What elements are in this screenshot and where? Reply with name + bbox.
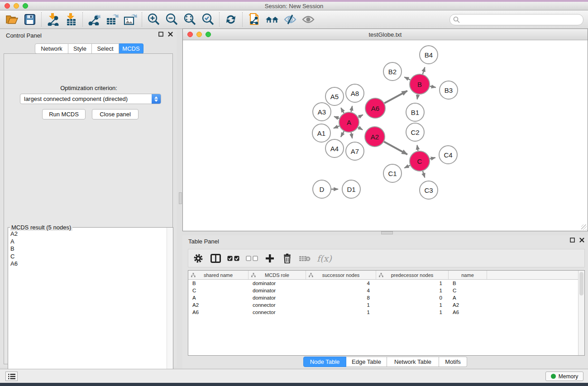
import-network-button[interactable]	[44, 11, 62, 28]
column-header-name[interactable]: name	[449, 271, 487, 279]
criterion-dropdown[interactable]: largest connected component (directed)	[20, 94, 161, 104]
horizontal-splitter-grip[interactable]	[381, 231, 393, 234]
column-header-shared-name[interactable]: shared name	[188, 271, 249, 279]
graph-node-A4[interactable]: A4	[325, 139, 344, 158]
result-item[interactable]: C	[9, 253, 166, 261]
deselect-all-button[interactable]	[246, 252, 258, 265]
result-item[interactable]: B	[9, 245, 166, 253]
delete-row-button[interactable]	[282, 252, 292, 265]
tab-mcds[interactable]: MCDS	[119, 43, 143, 54]
graph-node-B2[interactable]: B2	[383, 62, 402, 81]
table-cell: connector	[249, 302, 306, 308]
control-panel-tabs: NetworkStyleSelectMCDS	[35, 43, 143, 54]
float-panel-icon[interactable]	[158, 32, 163, 37]
show-column-button[interactable]	[210, 252, 221, 265]
show-all-button[interactable]	[299, 11, 317, 28]
graph-node-A5[interactable]: A5	[325, 87, 344, 106]
close-panel-icon[interactable]	[579, 238, 584, 243]
import-table-button[interactable]	[62, 11, 80, 28]
hide-selected-button[interactable]	[281, 11, 299, 28]
table-toolbar: f(x)	[188, 249, 585, 267]
table-row[interactable]: Cdominator41C	[188, 287, 584, 294]
refresh-button[interactable]	[222, 11, 240, 28]
zoom-in-button[interactable]	[144, 11, 163, 28]
graph-node-B4[interactable]: B4	[419, 45, 438, 64]
plus-icon	[265, 254, 274, 263]
close-panel-icon[interactable]	[168, 32, 173, 37]
table-row[interactable]: Adominator80A	[188, 294, 584, 301]
graph-node-B1[interactable]: B1	[406, 103, 425, 122]
close-window-icon[interactable]	[5, 3, 10, 9]
main-titlebar[interactable]: Session: New Session	[0, 2, 588, 10]
tab-network-table[interactable]: Network Table	[387, 357, 439, 367]
graph-node-B3[interactable]: B3	[439, 81, 458, 100]
zoom-fit-button[interactable]	[181, 11, 199, 28]
delete-table-button[interactable]	[299, 252, 311, 265]
node-table: shared nameMCDS rolesuccessor nodesprede…	[188, 270, 585, 356]
graph-node-D1[interactable]: D1	[342, 180, 361, 199]
zoom-window-icon[interactable]	[23, 3, 28, 9]
result-item[interactable]: A6	[9, 260, 166, 268]
graph-node-A6[interactable]: A6	[365, 98, 386, 119]
tab-select[interactable]: Select	[92, 43, 119, 54]
tab-edge-table[interactable]: Edge Table	[346, 357, 387, 367]
function-builder-button[interactable]: f(x)	[317, 252, 332, 265]
status-bar: Memory	[0, 369, 588, 383]
graph-node-A7[interactable]: A7	[345, 142, 364, 161]
memory-button[interactable]: Memory	[545, 372, 583, 381]
column-header-MCDS-role[interactable]: MCDS role	[249, 271, 306, 279]
column-header-predecessor-nodes[interactable]: predecessor nodes	[376, 271, 449, 279]
zoom-network-icon[interactable]	[206, 32, 211, 37]
table-scrollbar[interactable]	[578, 271, 584, 355]
graph-node-D[interactable]: D	[312, 180, 331, 199]
graph-node-A3[interactable]: A3	[312, 102, 331, 121]
vertical-splitter-grip[interactable]	[179, 192, 182, 204]
graph-node-B[interactable]: B	[409, 74, 430, 95]
open-session-button[interactable]	[3, 11, 21, 28]
graph-node-A1[interactable]: A1	[312, 124, 331, 143]
graph-node-A2[interactable]: A2	[364, 126, 385, 147]
network-canvas[interactable]: B4B2BB3A8A5A6A3B1AC2A1A2A4A7C4CC1DD1C3	[183, 40, 588, 231]
result-scrollbar[interactable]	[167, 228, 173, 383]
minimize-window-icon[interactable]	[14, 3, 19, 9]
tab-node-table[interactable]: Node Table	[303, 357, 346, 367]
graph-node-A8[interactable]: A8	[345, 84, 364, 103]
network-titlebar[interactable]: testGlobe.txt	[183, 29, 588, 40]
result-item[interactable]: A2	[9, 230, 166, 238]
run-mcds-button[interactable]: Run MCDS	[42, 109, 86, 119]
graph-node-C3[interactable]: C3	[419, 181, 438, 200]
new-network-from-selection-button[interactable]	[245, 11, 263, 28]
result-item[interactable]: A	[9, 238, 166, 246]
network-resize-grip[interactable]	[581, 224, 587, 230]
graph-node-C[interactable]: C	[409, 151, 430, 172]
tab-network[interactable]: Network	[35, 43, 68, 54]
graph-node-A[interactable]: A	[339, 112, 359, 133]
graph-node-C2[interactable]: C2	[406, 123, 425, 142]
save-session-button[interactable]	[21, 11, 39, 28]
search-input[interactable]	[449, 14, 583, 25]
tab-style[interactable]: Style	[68, 43, 92, 54]
select-all-button[interactable]	[227, 252, 239, 265]
table-settings-button[interactable]	[193, 252, 204, 265]
table-row[interactable]: A2connector11A2	[188, 301, 584, 309]
export-network-button[interactable]	[85, 11, 103, 28]
table-row[interactable]: A6connector11A6	[188, 309, 584, 316]
first-neighbors-button[interactable]	[263, 11, 281, 28]
save-icon	[24, 14, 35, 25]
tab-motifs[interactable]: Motifs	[439, 357, 467, 367]
export-image-button[interactable]	[121, 11, 139, 28]
zoom-out-button[interactable]	[163, 11, 181, 28]
column-header-successor-nodes[interactable]: successor nodes	[306, 271, 376, 279]
export-table-button[interactable]	[103, 11, 121, 28]
table-cell: A6	[188, 310, 249, 315]
minimize-network-icon[interactable]	[196, 32, 202, 37]
zoom-selected-button[interactable]	[199, 11, 217, 28]
close-network-icon[interactable]	[187, 32, 193, 37]
show-panels-button[interactable]	[5, 372, 18, 381]
add-row-button[interactable]	[264, 252, 275, 265]
close-panel-button[interactable]: Close panel	[92, 109, 139, 119]
graph-node-C1[interactable]: C1	[383, 164, 402, 183]
float-panel-icon[interactable]	[570, 238, 575, 243]
graph-node-C4[interactable]: C4	[439, 145, 458, 164]
table-row[interactable]: Bdominator41B	[188, 280, 584, 287]
